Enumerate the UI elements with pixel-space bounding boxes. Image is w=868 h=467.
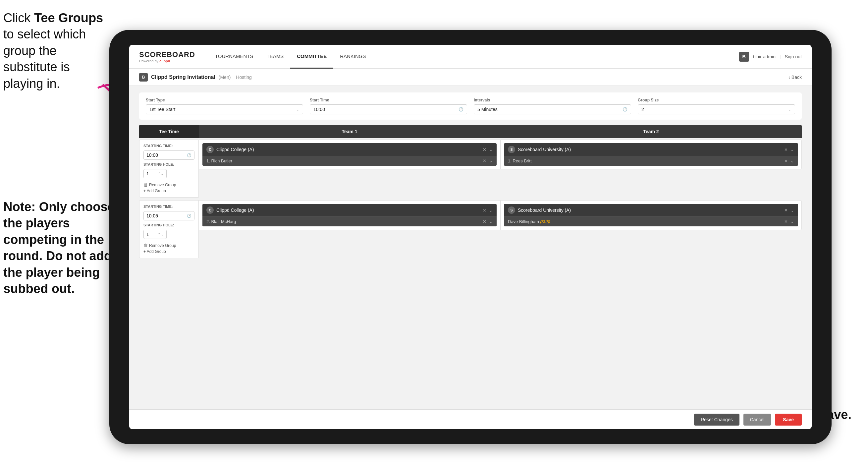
player1-controls-g1t2: ✕ ⌄	[784, 158, 794, 164]
player1-controls-g2t1: ✕ ⌄	[483, 219, 493, 224]
start-time-group: Start Time 10:00 🕐	[310, 98, 467, 114]
group1-team2-header[interactable]: S Scoreboard University (A) ✕ ⌄	[504, 143, 798, 156]
clock-icon: 🕐	[459, 107, 464, 112]
starting-time-label-2: STARTING TIME:	[144, 204, 194, 208]
team2-controls-2: ✕ ⌄	[784, 208, 794, 213]
group1-team1-cell: C Clippd College (A) ✕ ⌄ 1. Rich Butler	[199, 140, 500, 169]
intervals-label: Intervals	[474, 98, 631, 103]
close-icon-p1[interactable]: ✕	[483, 158, 486, 164]
starting-hole-input-2[interactable]: 1 ⌃⌄	[144, 230, 167, 239]
remove-group-btn-2[interactable]: 🗑 Remove Group	[144, 243, 194, 248]
navbar: SCOREBOARD Powered by clippd TOURNAMENTS…	[129, 45, 812, 68]
group1-team2-player1: 1. Rees Britt ✕ ⌄	[504, 156, 798, 166]
chevron-icon-t2[interactable]: ⌄	[790, 147, 794, 152]
logo: SCOREBOARD Powered by clippd	[139, 50, 195, 63]
player-name-g1t1p1: 1. Rich Butler	[207, 158, 480, 164]
breadcrumb-icon: B	[139, 73, 148, 82]
group1-team2-cell: S Scoreboard University (A) ✕ ⌄ 1. Rees …	[500, 140, 802, 169]
starting-time-label-1: STARTING TIME:	[144, 144, 194, 148]
breadcrumb-hosting: Hosting	[236, 75, 251, 80]
clock-icon-g1: 🕐	[187, 153, 191, 157]
start-type-input[interactable]: 1st Tee Start ⌄	[146, 105, 303, 114]
user-name: blair admin	[753, 54, 776, 59]
group2-team1-cell: C Clippd College (A) ✕ ⌄ 2. Blair McHarg	[199, 200, 500, 230]
main-content: Start Type 1st Tee Start ⌄ Start Time 10…	[129, 86, 812, 409]
close-icon-t2g2[interactable]: ✕	[784, 208, 788, 213]
close-icon-p1g2t1[interactable]: ✕	[483, 219, 486, 224]
add-group-btn-1[interactable]: + Add Group	[144, 188, 194, 193]
team2-controls-1: ✕ ⌄	[784, 147, 794, 152]
close-icon-t1[interactable]: ✕	[483, 147, 486, 152]
start-type-label: Start Type	[146, 98, 303, 103]
start-settings: Start Type 1st Tee Start ⌄ Start Time 10…	[139, 92, 802, 120]
logo-scoreboard-text: SCOREBOARD	[139, 50, 195, 59]
group2-team1-header[interactable]: C Clippd College (A) ✕ ⌄	[203, 204, 497, 216]
nav-links: TOURNAMENTS TEAMS COMMITTEE RANKINGS	[208, 45, 739, 68]
chevron-down-icon: ⌄	[296, 107, 300, 112]
chevron-icon-t1g2[interactable]: ⌄	[489, 208, 493, 213]
group1-team1-player1: 1. Rich Butler ✕ ⌄	[203, 156, 497, 166]
group2-team2-entry: S Scoreboard University (A) ✕ ⌄ Dave Bil…	[504, 204, 798, 226]
chevron-icon-p1[interactable]: ⌄	[489, 158, 493, 164]
instruction-tee-groups: Click Tee Groups to select which group t…	[3, 10, 106, 92]
stepper-icon-2: ⌃⌄	[158, 232, 164, 237]
group-actions-2: 🗑 Remove Group + Add Group	[144, 243, 194, 254]
back-button[interactable]: ‹ Back	[788, 75, 802, 80]
close-icon-p1t2[interactable]: ✕	[784, 158, 788, 164]
nav-teams[interactable]: TEAMS	[260, 45, 290, 68]
note-block: Note: Only choose the players competing …	[3, 199, 116, 297]
player1-controls-g1t1: ✕ ⌄	[483, 158, 493, 164]
nav-tournaments[interactable]: TOURNAMENTS	[208, 45, 260, 68]
starting-hole-input-1[interactable]: 1 ⌃⌄	[144, 169, 167, 178]
player1-controls-g2t2: ✕ ⌄	[784, 219, 794, 224]
sign-out-link[interactable]: Sign out	[785, 54, 802, 59]
start-time-label: Start Time	[310, 98, 467, 103]
group2-team2-cell: S Scoreboard University (A) ✕ ⌄ Dave Bil…	[500, 200, 802, 230]
chevron-icon-p1g2t1[interactable]: ⌄	[489, 219, 493, 224]
remove-group-btn-1[interactable]: 🗑 Remove Group	[144, 182, 194, 187]
cancel-button[interactable]: Cancel	[743, 414, 771, 426]
reset-changes-button[interactable]: Reset Changes	[694, 414, 740, 426]
starting-time-input-2[interactable]: 10:05 🕐	[144, 211, 194, 221]
group1-team1-header[interactable]: C Clippd College (A) ✕ ⌄	[203, 143, 497, 156]
team1-badge-1: C	[207, 146, 214, 153]
intervals-input[interactable]: 5 Minutes 🕐	[474, 105, 631, 114]
group-row-1: STARTING TIME: 10:00 🕐 STARTING HOLE: 1 …	[139, 140, 802, 198]
start-time-input[interactable]: 10:00 🕐	[310, 105, 467, 114]
group2-team1-entry: C Clippd College (A) ✕ ⌄ 2. Blair McHarg	[203, 204, 497, 226]
nav-rankings[interactable]: RANKINGS	[333, 45, 372, 68]
chevron-icon-p1g2t2[interactable]: ⌄	[790, 219, 794, 224]
save-button[interactable]: Save	[775, 414, 802, 426]
starting-time-input-1[interactable]: 10:00 🕐	[144, 150, 194, 160]
logo-powered-text: Powered by clippd	[139, 59, 195, 63]
action-bar: Reset Changes Cancel Save	[129, 409, 812, 429]
trash-icon-2: 🗑	[144, 243, 148, 248]
team2-badge-2: S	[508, 206, 515, 214]
breadcrumb-title: Clippd Spring Invitational	[151, 74, 215, 80]
chevron-icon-t1[interactable]: ⌄	[489, 147, 493, 152]
close-icon-t2[interactable]: ✕	[784, 147, 788, 152]
trash-icon: 🗑	[144, 182, 148, 187]
chevron-icon-p1t2[interactable]: ⌄	[790, 158, 794, 164]
group2-team2-header[interactable]: S Scoreboard University (A) ✕ ⌄	[504, 204, 798, 216]
group1-team1-entry: C Clippd College (A) ✕ ⌄ 1. Rich Butler	[203, 143, 497, 166]
breadcrumb-left: B Clippd Spring Invitational (Men) Hosti…	[139, 73, 252, 82]
close-icon-p1g2t2[interactable]: ✕	[784, 219, 788, 224]
stepper-icon-1: ⌃⌄	[158, 172, 164, 176]
schedule-header: Tee Time Team 1 Team 2	[139, 125, 802, 138]
intervals-group: Intervals 5 Minutes 🕐	[474, 98, 631, 114]
player-name-g1t2p1: 1. Rees Britt	[508, 158, 781, 164]
group-size-input[interactable]: 2 ⌄	[638, 105, 795, 114]
instruction-text: Click Tee Groups to select which group t…	[3, 11, 103, 90]
group1-team2-entry: S Scoreboard University (A) ✕ ⌄ 1. Rees …	[504, 143, 798, 166]
team1-controls-2: ✕ ⌄	[483, 208, 493, 213]
close-icon-t1g2[interactable]: ✕	[483, 208, 486, 213]
tablet-device: SCOREBOARD Powered by clippd TOURNAMENTS…	[109, 30, 832, 444]
chevron-icon-t2g2[interactable]: ⌄	[790, 208, 794, 213]
breadcrumb-subtitle: (Men)	[219, 75, 231, 80]
breadcrumb-bar: B Clippd Spring Invitational (Men) Hosti…	[129, 68, 812, 86]
team2-name-1: Scoreboard University (A)	[518, 147, 781, 152]
nav-committee[interactable]: COMMITTEE	[290, 45, 333, 68]
add-group-btn-2[interactable]: + Add Group	[144, 249, 194, 254]
user-avatar: B	[739, 52, 749, 62]
